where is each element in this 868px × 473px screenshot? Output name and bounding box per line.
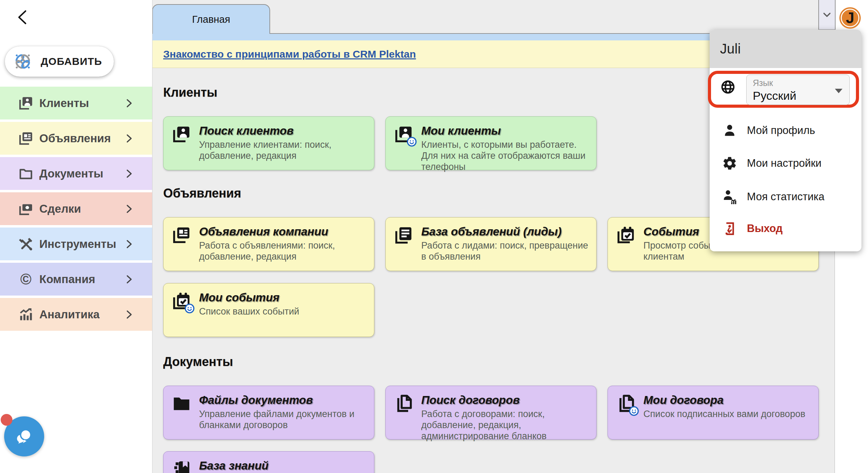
tab-home-label: Главная bbox=[192, 14, 230, 25]
language-select[interactable]: Язык Русский bbox=[746, 75, 850, 105]
copyright-icon: © bbox=[18, 271, 34, 287]
folder-icon bbox=[18, 166, 34, 182]
menu-item-logout[interactable]: Выход bbox=[710, 214, 861, 243]
section-title-documents: Документы bbox=[163, 355, 233, 369]
knowledge-book-icon bbox=[171, 459, 191, 473]
card-title: Поиск клиентов bbox=[199, 124, 366, 137]
card-title: Мои клиенты bbox=[421, 124, 589, 137]
ads-icon bbox=[18, 131, 34, 146]
chevron-right-icon bbox=[124, 133, 134, 144]
sidebar-item-label: Документы bbox=[39, 167, 124, 180]
card-client-search[interactable]: Поиск клиентов Управление клиентами: пои… bbox=[163, 116, 374, 170]
sidebar-item-label: Инструменты bbox=[39, 238, 124, 251]
chat-icon bbox=[13, 426, 35, 447]
chevron-right-icon bbox=[124, 309, 134, 320]
folder-icon bbox=[171, 394, 191, 414]
tools-icon bbox=[18, 236, 34, 252]
analytics-icon bbox=[18, 307, 34, 322]
sidebar-item-clients[interactable]: Клиенты bbox=[0, 87, 152, 119]
card-description: Список подписанных вами договоров bbox=[643, 408, 811, 419]
card-description: Управление файлами документов и бланками… bbox=[199, 408, 366, 431]
chevron-right-icon bbox=[124, 168, 134, 179]
sidebar-item-label: Объявления bbox=[39, 132, 124, 145]
add-button[interactable]: ДОБАВИТЬ bbox=[5, 46, 114, 77]
contact-card-icon bbox=[171, 124, 191, 144]
sidebar-item-label: Сделки bbox=[39, 202, 124, 215]
user-name: Juli bbox=[720, 41, 741, 57]
globe-icon bbox=[720, 79, 736, 95]
card-my-events[interactable]: Мои события Список ваших событий bbox=[163, 283, 374, 337]
sidebar-item-label: Клиенты bbox=[39, 97, 124, 110]
card-description: Список ваших событий bbox=[199, 306, 366, 317]
chevron-right-icon bbox=[124, 98, 134, 108]
smiley-badge-icon bbox=[629, 406, 639, 416]
card-contract-search[interactable]: Поиск договоров Работа с договорами: пои… bbox=[385, 386, 596, 440]
card-title: Объявления компании bbox=[199, 225, 366, 238]
sidebar-item-tools[interactable]: Инструменты bbox=[0, 228, 152, 260]
sidebar: ДОБАВИТЬ Клиенты Объявления Документы Сд… bbox=[0, 0, 152, 473]
card-my-contracts[interactable]: Мои договора Список подписанных вами дог… bbox=[608, 386, 819, 440]
exit-icon bbox=[722, 221, 737, 236]
sidebar-item-analytics[interactable]: Аналитика bbox=[0, 298, 152, 331]
calendar-check-icon bbox=[171, 291, 191, 311]
card-knowledge-base[interactable]: База знаний bbox=[163, 451, 374, 473]
avatar-letter: J bbox=[846, 9, 854, 27]
banknote-icon bbox=[18, 201, 34, 217]
user-menu: Juli Язык Русский Мой профиль Мои настро… bbox=[710, 30, 861, 251]
menu-item-my-statistics[interactable]: Моя статистика bbox=[710, 182, 861, 211]
menu-item-label: Моя статистика bbox=[747, 191, 825, 203]
smiley-badge-icon bbox=[407, 137, 417, 147]
menu-item-label: Мой профиль bbox=[747, 124, 815, 137]
card-title: Мои договора bbox=[643, 394, 811, 407]
tab-overflow-dropdown[interactable] bbox=[818, 0, 836, 30]
notification-dot bbox=[1, 414, 12, 426]
plektan-logo-icon bbox=[13, 52, 32, 71]
sidebar-item-label: Компания bbox=[39, 273, 124, 286]
calendar-check-icon bbox=[616, 225, 636, 245]
contract-pages-icon bbox=[394, 394, 414, 414]
smiley-badge-icon bbox=[185, 303, 195, 313]
card-title: Мои события bbox=[199, 291, 366, 304]
card-leads-base[interactable]: База объявлений (лиды) Работа с лидами: … bbox=[385, 217, 596, 271]
card-company-ads[interactable]: Объявления компании Работа с объявлениям… bbox=[163, 217, 374, 271]
add-button-label: ДОБАВИТЬ bbox=[41, 56, 102, 67]
menu-item-my-settings[interactable]: Мои настройки bbox=[710, 149, 861, 178]
sidebar-item-documents[interactable]: Документы bbox=[0, 157, 152, 190]
card-my-clients[interactable]: Мои клиенты Клиенты, с которыми вы работ… bbox=[385, 116, 596, 170]
sidebar-item-label: Аналитика bbox=[39, 308, 124, 321]
clients-card-icon bbox=[18, 95, 34, 111]
menu-item-my-profile[interactable]: Мой профиль bbox=[710, 116, 861, 145]
user-menu-header: Juli bbox=[710, 30, 861, 68]
intro-link[interactable]: Знакомство с принципами работы в CRM Ple… bbox=[163, 48, 416, 60]
card-title: Файлы документов bbox=[199, 394, 366, 407]
sidebar-item-company[interactable]: © Компания bbox=[0, 263, 152, 296]
contact-card-icon bbox=[394, 124, 414, 144]
card-description: Работа с лидами: поиск, превращение в об… bbox=[421, 240, 589, 262]
sidebar-item-ads[interactable]: Объявления bbox=[0, 122, 152, 155]
avatar[interactable]: J bbox=[839, 7, 861, 29]
chevron-right-icon bbox=[124, 274, 134, 284]
menu-item-label: Выход bbox=[747, 222, 783, 235]
gear-icon bbox=[722, 156, 737, 171]
section-title-ads: Объявления bbox=[163, 186, 241, 201]
chevron-right-icon bbox=[124, 239, 134, 249]
tab-home[interactable]: Главная bbox=[152, 4, 270, 34]
chevron-right-icon bbox=[124, 204, 134, 214]
card-description: Клиенты, с которыми вы работаете. Для ни… bbox=[421, 139, 589, 172]
card-description: Работа с объявлениями: поиск, добавление… bbox=[199, 240, 366, 262]
person-stats-icon bbox=[722, 189, 737, 204]
card-title: Поиск договоров bbox=[421, 394, 589, 407]
card-document-files[interactable]: Файлы документов Управление файлами доку… bbox=[163, 386, 374, 440]
card-description: Работа с договорами: поиск, добавление, … bbox=[421, 408, 589, 442]
menu-item-label: Мои настройки bbox=[747, 157, 821, 170]
back-button[interactable] bbox=[15, 9, 32, 26]
card-title: База объявлений (лиды) bbox=[421, 225, 589, 238]
sidebar-item-deals[interactable]: Сделки bbox=[0, 192, 152, 225]
chevron-down-icon bbox=[822, 10, 832, 20]
leads-feed-icon bbox=[394, 225, 414, 245]
language-label: Язык bbox=[753, 78, 849, 88]
section-title-clients: Клиенты bbox=[163, 85, 217, 100]
chevron-left-icon bbox=[15, 9, 32, 25]
contract-pages-icon bbox=[616, 394, 636, 414]
caret-down-icon bbox=[835, 89, 842, 93]
